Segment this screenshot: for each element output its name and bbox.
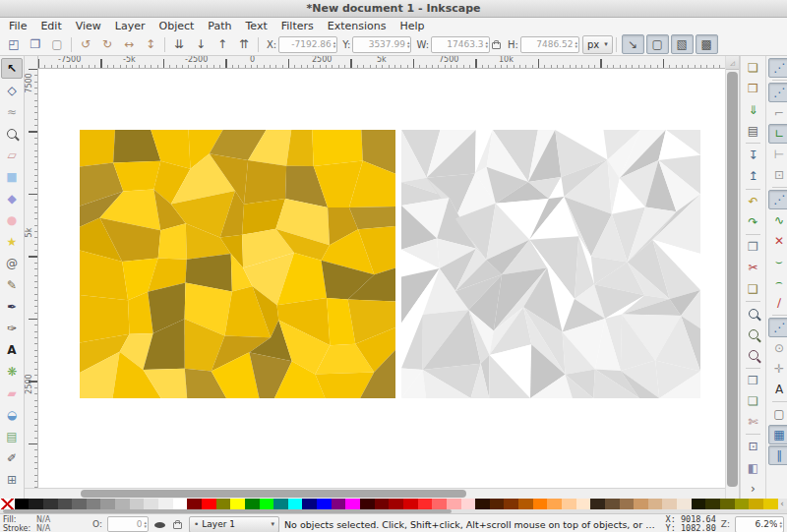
paint-bucket-tool[interactable]: ◒ bbox=[1, 404, 23, 425]
horizontal-ruler[interactable]: -7500-5k-2500025005k750010k bbox=[38, 56, 725, 69]
gray-lowpoly-image[interactable] bbox=[401, 130, 700, 398]
zoom-tool[interactable] bbox=[1, 123, 23, 144]
ruler-corner-button[interactable] bbox=[726, 56, 739, 70]
palette-swatch[interactable] bbox=[302, 499, 317, 509]
menu-text[interactable]: Text bbox=[239, 19, 274, 33]
deselect[interactable]: ▢ bbox=[46, 34, 68, 54]
palette-swatch[interactable] bbox=[389, 499, 403, 509]
rotate-ccw[interactable]: ↺ bbox=[75, 34, 96, 54]
transform-gradients-toggle[interactable]: ▧ bbox=[671, 34, 694, 54]
spinner-arrows[interactable] bbox=[486, 40, 489, 48]
snap-path-intersections[interactable]: ✕ bbox=[768, 231, 787, 251]
palette-swatch[interactable] bbox=[403, 499, 418, 509]
zoom-to-page[interactable] bbox=[742, 345, 764, 365]
palette-swatch[interactable] bbox=[58, 499, 73, 509]
palette-swatch[interactable] bbox=[547, 499, 562, 509]
palette-swatch[interactable] bbox=[461, 499, 476, 509]
zoom-spinbox[interactable]: 6.2% bbox=[735, 516, 784, 532]
horizontal-scrollbar-thumb[interactable] bbox=[81, 490, 466, 498]
lower-to-bottom[interactable]: ⇊ bbox=[168, 34, 190, 54]
palette-swatch[interactable] bbox=[216, 499, 231, 509]
snap-bbox-edges[interactable]: ⌐ bbox=[768, 103, 787, 123]
palette-swatch[interactable] bbox=[245, 499, 260, 509]
print-document[interactable]: ▤ bbox=[742, 121, 764, 141]
palette-swatch[interactable] bbox=[187, 499, 202, 509]
snap-guides[interactable]: ∥ bbox=[768, 445, 787, 465]
palette-swatch[interactable] bbox=[115, 499, 130, 509]
snap-grids[interactable]: ▦ bbox=[768, 425, 787, 444]
palette-swatch[interactable] bbox=[43, 499, 58, 509]
measure-tool[interactable]: ▱ bbox=[1, 145, 23, 165]
commands-overflow[interactable]: › bbox=[742, 479, 764, 499]
menu-path[interactable]: Path bbox=[201, 19, 238, 33]
palette-scrollbar[interactable] bbox=[0, 509, 787, 513]
selector-tool[interactable]: ↖ bbox=[1, 58, 23, 79]
yellow-lowpoly-image[interactable] bbox=[80, 130, 395, 398]
flip-vertical[interactable]: ↕ bbox=[140, 34, 161, 54]
snap-cusp-nodes[interactable]: ⌣ bbox=[768, 252, 787, 271]
snap-smooth-nodes[interactable]: ⌢ bbox=[768, 272, 787, 292]
cut[interactable]: ✂ bbox=[742, 258, 764, 277]
palette-swatch[interactable] bbox=[173, 499, 188, 509]
palette-swatch[interactable] bbox=[418, 499, 433, 509]
palette-swatch[interactable] bbox=[144, 499, 158, 509]
snap-object-centers[interactable]: ⊙ bbox=[768, 338, 787, 358]
connector-tool[interactable]: ⊞ bbox=[1, 469, 23, 490]
palette-swatch[interactable] bbox=[432, 499, 447, 509]
fill-stroke-dialog[interactable]: ◧ bbox=[742, 458, 764, 478]
palette-swatch[interactable] bbox=[562, 499, 576, 509]
unlink-clone[interactable]: ✄ bbox=[742, 412, 764, 432]
spinner-arrows[interactable] bbox=[407, 40, 410, 48]
pencil-tool[interactable]: ✎ bbox=[1, 274, 23, 295]
dropper-tool[interactable]: ✐ bbox=[1, 447, 23, 468]
palette-scroll-arrow[interactable] bbox=[778, 499, 787, 509]
palette-swatch[interactable] bbox=[375, 499, 390, 509]
palette-swatch[interactable] bbox=[605, 499, 620, 509]
eraser-tool[interactable]: ▰ bbox=[1, 383, 23, 403]
palette-scrollbar-thumb[interactable] bbox=[3, 509, 452, 513]
create-clone[interactable]: ❏ bbox=[742, 391, 764, 411]
palette-swatch[interactable] bbox=[662, 499, 677, 509]
text-tool[interactable]: A bbox=[1, 339, 23, 360]
lower-one-step[interactable]: ↓ bbox=[190, 34, 212, 54]
menu-edit[interactable]: Edit bbox=[33, 19, 68, 33]
palette-swatch[interactable] bbox=[634, 499, 648, 509]
snap-rotation-centers[interactable]: ✛ bbox=[768, 359, 787, 379]
snap-others-toggle[interactable]: ⋰ bbox=[768, 318, 787, 337]
menu-file[interactable]: File bbox=[2, 19, 33, 33]
paste[interactable]: ❑ bbox=[742, 279, 764, 299]
palette-swatch[interactable] bbox=[288, 499, 303, 509]
palette-swatch[interactable] bbox=[735, 499, 750, 509]
zoom-to-selection[interactable] bbox=[742, 304, 764, 324]
calligraphy-tool[interactable]: ✑ bbox=[1, 318, 23, 338]
palette-swatch[interactable] bbox=[490, 499, 505, 509]
node-tool[interactable]: ◇ bbox=[1, 80, 23, 100]
snap-line-midpoints[interactable]: ∕ bbox=[768, 293, 787, 313]
palette-swatch[interactable] bbox=[533, 499, 548, 509]
redo[interactable]: ↷ bbox=[742, 212, 764, 232]
unit-dropdown[interactable]: px bbox=[582, 35, 613, 54]
rotate-cw[interactable]: ↻ bbox=[96, 34, 118, 54]
menu-view[interactable]: View bbox=[69, 19, 108, 33]
palette-swatch[interactable] bbox=[317, 499, 332, 509]
snap-bbox-centers[interactable]: ⊡ bbox=[768, 165, 787, 185]
palette-swatch[interactable] bbox=[87, 499, 101, 509]
snap-text-baseline[interactable]: A bbox=[768, 380, 787, 399]
duplicate[interactable]: ❒ bbox=[742, 371, 764, 390]
spinner-arrows[interactable] bbox=[779, 520, 782, 528]
xml-editor[interactable]: ⊡ bbox=[742, 437, 764, 456]
box-3d-tool[interactable]: ◆ bbox=[1, 188, 23, 208]
horizontal-scrollbar[interactable] bbox=[25, 488, 725, 499]
spinner-arrows[interactable] bbox=[575, 40, 577, 48]
palette-swatch[interactable] bbox=[72, 499, 87, 509]
spiral-tool[interactable]: @ bbox=[1, 253, 23, 273]
scale-corners-toggle[interactable]: ▢ bbox=[646, 34, 669, 54]
palette-swatch[interactable] bbox=[130, 499, 145, 509]
star-tool[interactable]: ★ bbox=[1, 231, 23, 252]
snap-page-border[interactable]: ▢ bbox=[768, 404, 787, 424]
palette-swatch[interactable] bbox=[749, 499, 763, 509]
ellipse-tool[interactable]: ● bbox=[1, 209, 23, 230]
pen-tool[interactable]: ✒ bbox=[1, 296, 23, 317]
layer-lock-toggle[interactable] bbox=[171, 517, 184, 532]
palette-swatch[interactable] bbox=[345, 499, 360, 509]
